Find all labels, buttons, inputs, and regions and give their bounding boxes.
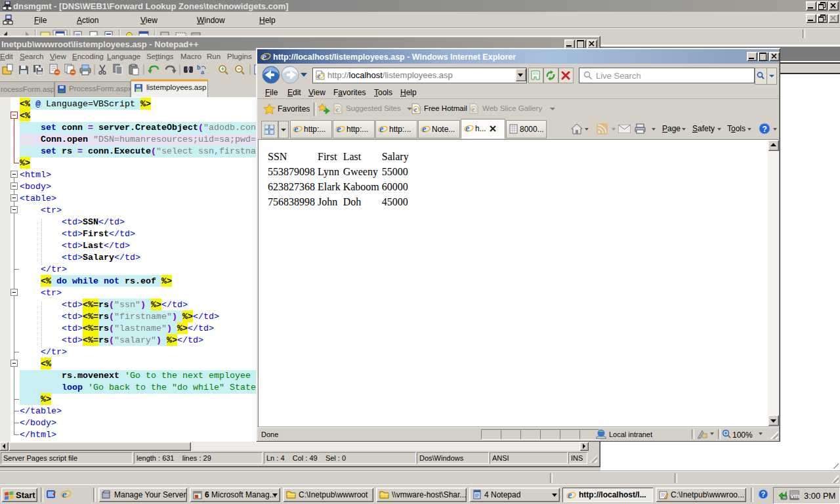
svg-text:e: e (414, 106, 417, 113)
svg-text:e: e (294, 124, 298, 134)
svg-text:?: ? (763, 125, 767, 134)
svg-text:e: e (318, 72, 321, 79)
svg-text:e: e (465, 123, 469, 133)
svg-text:e: e (337, 124, 341, 134)
svg-text:e: e (472, 106, 475, 113)
svg-text:vm: vm (791, 492, 800, 499)
svg-text:e: e (568, 490, 572, 500)
svg-text:e: e (422, 124, 426, 134)
svg-text:e: e (62, 488, 67, 499)
svg-text:e: e (262, 51, 266, 62)
svg-text:e: e (336, 106, 339, 113)
svg-text:e: e (379, 124, 383, 134)
svg-text:a: a (201, 69, 205, 75)
svg-text:?: ? (761, 490, 766, 498)
